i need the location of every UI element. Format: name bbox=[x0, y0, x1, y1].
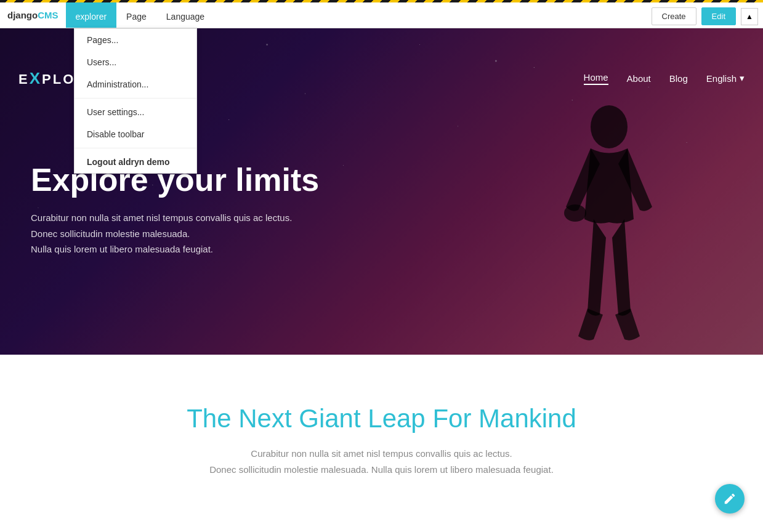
dropdown-divider-2 bbox=[75, 148, 196, 148]
svg-point-0 bbox=[591, 105, 628, 148]
logo-django-text: django bbox=[7, 10, 38, 20]
dropdown-item-administration[interactable]: Administration... bbox=[75, 73, 196, 95]
dropdown-item-logout[interactable]: Logout aldryn demo bbox=[75, 151, 196, 173]
section-line-1: Curabitur non nulla sit amet nisl tempus… bbox=[166, 446, 597, 462]
floating-action-button[interactable] bbox=[715, 484, 745, 514]
toolbar-expand-button[interactable]: ▲ bbox=[741, 8, 758, 25]
hero-line-3: Nulla quis lorem ut libero malesuada feu… bbox=[31, 241, 319, 257]
section-description: Curabitur non nulla sit amet nisl tempus… bbox=[166, 446, 597, 477]
floating-btn-icon bbox=[723, 492, 737, 506]
section-title: The Next Giant Leap For Mankind bbox=[12, 404, 751, 433]
cms-logo: djangoCMS bbox=[0, 2, 66, 28]
hero-line-1: Curabitur non nulla sit amet nisl tempus… bbox=[31, 210, 319, 226]
dropdown-item-users[interactable]: Users... bbox=[75, 51, 196, 73]
site-logo: EXPLO bbox=[18, 69, 75, 88]
nav-language[interactable]: English ▾ bbox=[706, 73, 745, 84]
edit-button[interactable]: Edit bbox=[701, 7, 736, 25]
nav-about[interactable]: About bbox=[627, 73, 651, 84]
svg-point-1 bbox=[564, 204, 586, 222]
below-hero-section: The Next Giant Leap For Mankind Curabitu… bbox=[0, 355, 763, 514]
nav-blog[interactable]: Blog bbox=[669, 73, 688, 84]
section-line-2: Donec sollicitudin molestie malesuada. N… bbox=[166, 462, 597, 478]
language-label: English bbox=[706, 73, 737, 84]
dropdown-item-pages[interactable]: Pages... bbox=[75, 29, 196, 51]
dropdown-divider-1 bbox=[75, 98, 196, 99]
cms-toolbar: djangoCMS explorer Page Language Create … bbox=[0, 0, 763, 28]
language-dropdown-icon: ▾ bbox=[740, 73, 745, 84]
hero-description: Curabitur non nulla sit amet nisl tempus… bbox=[31, 210, 319, 257]
create-button[interactable]: Create bbox=[652, 7, 696, 25]
nav-home[interactable]: Home bbox=[584, 72, 608, 85]
explorer-dropdown: Pages... Users... Administration... User… bbox=[74, 28, 197, 174]
dropdown-item-disable-toolbar[interactable]: Disable toolbar bbox=[75, 123, 196, 145]
dropdown-item-user-settings[interactable]: User settings... bbox=[75, 101, 196, 123]
site-navigation: Home About Blog English ▾ bbox=[584, 72, 745, 85]
hero-figure bbox=[547, 96, 671, 355]
toolbar-nav-page[interactable]: Page bbox=[116, 2, 156, 28]
site-logo-x: X bbox=[30, 69, 42, 87]
logo-cms-text: CMS bbox=[38, 10, 58, 20]
hero-line-2: Donec sollicitudin molestie malesuada. bbox=[31, 226, 319, 242]
toolbar-nav-explorer[interactable]: explorer bbox=[66, 2, 117, 28]
toolbar-nav-language[interactable]: Language bbox=[156, 2, 214, 28]
